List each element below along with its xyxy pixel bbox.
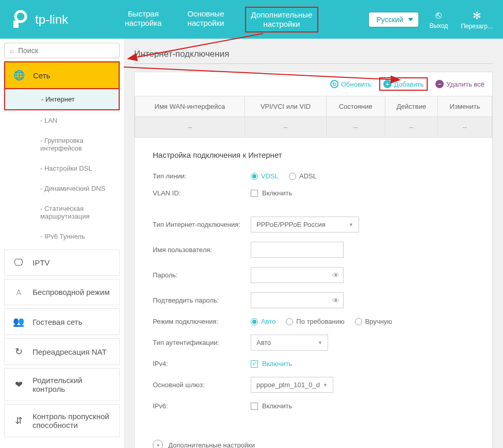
heart-icon: ❤ — [12, 379, 25, 390]
label-conn-type: Тип Интернет-подключения: — [153, 221, 251, 228]
th-action: Действие — [385, 96, 438, 117]
refresh-icon: ↻ — [330, 80, 338, 88]
search-icon: ⌕ — [10, 47, 14, 55]
search-input[interactable] — [18, 46, 114, 55]
wifi-icon: ⟑ — [12, 287, 25, 297]
sidebar-sub-ipv6-tunnel[interactable]: - IPv6 Туннель — [4, 226, 120, 246]
radio-mode-demand[interactable]: По требованию — [286, 318, 344, 325]
content-area: Интернет-подключения ↻ Обновить + Добави… — [124, 39, 503, 448]
radio-adsl[interactable]: ADSL — [289, 172, 317, 180]
input-password-confirm[interactable] — [251, 292, 344, 308]
reboot-button[interactable]: ✻ Перезагр... — [461, 9, 493, 30]
input-password[interactable] — [251, 267, 344, 283]
eye-icon[interactable]: 👁 — [332, 296, 339, 305]
sidebar-sub-lan[interactable]: - LAN — [4, 110, 120, 130]
add-button[interactable]: + Добавить — [379, 77, 428, 91]
globe-icon: 🌐 — [13, 70, 25, 81]
header-actions: ⎋ Выход ✻ Перезагр... — [429, 9, 493, 30]
sidebar-item-guest[interactable]: 👥 Гостевая сеть — [4, 308, 120, 335]
eye-icon[interactable]: 👁 — [332, 271, 339, 279]
svg-rect-1 — [13, 21, 19, 28]
top-nav: Быстрая настройка Основные настройки Доп… — [120, 7, 318, 32]
select-auth-type[interactable]: Авто — [251, 335, 328, 351]
reboot-icon: ✻ — [461, 9, 493, 22]
radio-vdsl[interactable]: VDSL — [251, 172, 279, 180]
label-auth-type: Тип аутентификации: — [153, 339, 251, 346]
svg-point-0 — [15, 11, 26, 22]
refresh-button[interactable]: ↻ Обновить — [330, 80, 371, 88]
brand-logo: tp-link — [10, 9, 68, 30]
select-gateway[interactable]: pppoe_ptm_101_0_d — [251, 377, 333, 393]
radio-mode-auto[interactable]: Авто — [251, 318, 275, 325]
checkbox-ipv6-enable[interactable]: Включить — [251, 402, 292, 410]
sidebar-internet-active-wrap: - Интернет — [4, 89, 120, 110]
users-icon: 👥 — [12, 316, 25, 327]
th-wan-name: Имя WAN-интерфейса — [135, 96, 245, 117]
sidebar-item-iptv[interactable]: 🖵 IPTV — [4, 250, 120, 276]
sidebar-item-nat[interactable]: ↻ Переадресация NAT — [4, 338, 120, 365]
search-box[interactable]: ⌕ — [4, 43, 120, 58]
sidebar-sub-dsl[interactable]: - Настройки DSL — [4, 158, 120, 178]
connections-panel: ↻ Обновить + Добавить − Удалить всё Имя … — [134, 72, 493, 448]
checkbox-vlan-enable[interactable]: Включить — [251, 189, 292, 197]
form-heading: Настройка подключения к Интернет — [153, 151, 474, 159]
sidebar: ⌕ 🌐 Сеть - Интернет - LAN - Группировка … — [0, 39, 124, 448]
label-conn-mode: Режим подключения: — [153, 318, 251, 325]
label-username: Имя пользователя: — [153, 246, 251, 254]
label-gateway: Основной шлюз: — [153, 381, 251, 389]
delete-all-button[interactable]: − Удалить всё — [435, 80, 484, 88]
nav-advanced[interactable]: Дополнительные настройки — [245, 7, 319, 32]
label-password: Пароль: — [153, 271, 251, 279]
checkbox-ipv4-enable[interactable]: ✓Включить — [251, 360, 292, 368]
sidebar-item-parental[interactable]: ❤ Родительский контроль — [4, 368, 120, 401]
tv-icon: 🖵 — [12, 257, 25, 268]
connections-table: Имя WAN-интерфейса VPI/VCI или VID Состо… — [135, 96, 492, 138]
page-title: Интернет-подключения — [134, 49, 493, 64]
th-edit: Изменить — [438, 96, 492, 117]
connection-form: Настройка подключения к Интернет Тип лин… — [135, 138, 492, 432]
label-password-confirm: Подтвердить пароль: — [153, 296, 251, 304]
radio-mode-manual[interactable]: Вручную — [355, 318, 392, 325]
sidebar-sub-static-routing[interactable]: - Статическая маршрутизация — [4, 198, 120, 226]
th-vpi-vci: VPI/VCI или VID — [245, 96, 326, 117]
brand-text: tp-link — [35, 12, 68, 27]
sidebar-item-bandwidth[interactable]: ⇵ Контроль пропускной способности — [4, 404, 120, 437]
table-row-empty: -- -- -- -- -- — [135, 117, 492, 138]
th-status: Состояние — [327, 96, 385, 117]
bandwidth-icon: ⇵ — [12, 415, 25, 426]
sidebar-item-network[interactable]: 🌐 Сеть — [4, 61, 120, 89]
sidebar-item-wireless[interactable]: ⟑ Беспроводной режим — [4, 279, 120, 305]
select-conn-type[interactable]: PPPoE/PPPoE Россия — [251, 217, 359, 233]
label-ipv6: IPv6: — [153, 402, 251, 410]
logout-icon: ⎋ — [429, 9, 448, 21]
table-toolbar: ↻ Обновить + Добавить − Удалить всё — [135, 72, 492, 96]
sidebar-sub-grouping[interactable]: - Группировка интерфейсов — [4, 130, 120, 158]
nav-basic[interactable]: Основные настройки — [182, 7, 229, 32]
language-select[interactable]: Русский — [368, 12, 419, 27]
label-ipv4: IPv4: — [153, 360, 251, 368]
input-username[interactable] — [251, 242, 344, 258]
tplink-logo-icon — [10, 9, 31, 30]
sidebar-sub-ddns[interactable]: - Динамический DNS — [4, 178, 120, 198]
sidebar-sub-internet[interactable]: - Интернет — [5, 89, 119, 109]
chevron-down-icon: ▾ — [153, 440, 163, 448]
sidebar-network-submenu: - LAN - Группировка интерфейсов - Настро… — [4, 110, 120, 246]
nav-quick-setup[interactable]: Быстрая настройка — [120, 7, 167, 32]
label-vlan-id: VLAN ID: — [153, 189, 251, 197]
header: tp-link Быстрая настройка Основные настр… — [0, 0, 503, 39]
expand-advanced-settings[interactable]: ▾ Дополнительные настройки — [135, 432, 492, 448]
plus-icon: + — [383, 80, 392, 88]
logout-button[interactable]: ⎋ Выход — [429, 9, 448, 30]
minus-icon: − — [435, 80, 444, 88]
label-line-type: Тип линии: — [153, 172, 251, 180]
nat-icon: ↻ — [12, 346, 25, 357]
